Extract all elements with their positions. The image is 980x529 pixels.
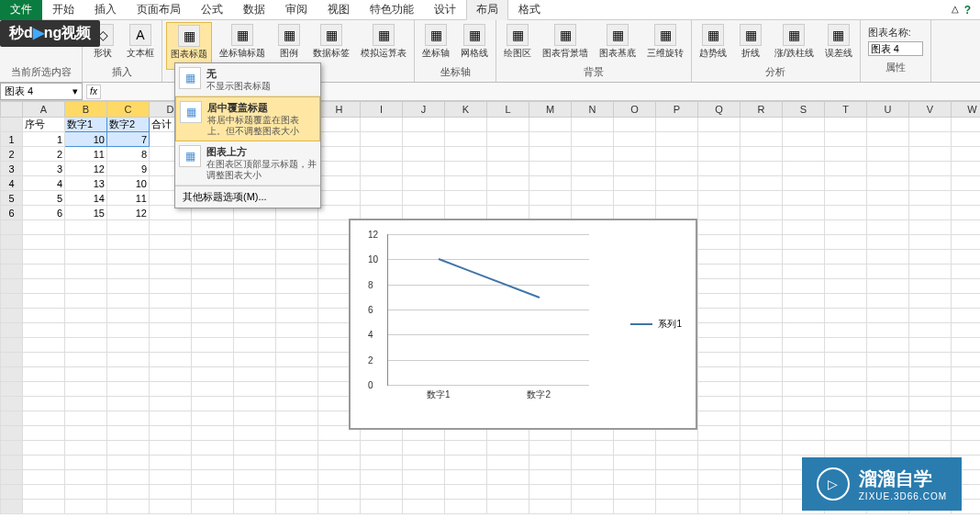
col-Q[interactable]: Q xyxy=(698,102,741,118)
cell[interactable] xyxy=(741,441,783,456)
row-hdr[interactable] xyxy=(1,118,23,132)
cell[interactable] xyxy=(487,456,529,470)
cell[interactable] xyxy=(65,426,107,441)
cell[interactable] xyxy=(445,118,487,132)
tab-pagelayout[interactable]: 页面布局 xyxy=(127,0,191,20)
cell[interactable] xyxy=(276,235,318,250)
cell[interactable]: 11 xyxy=(65,147,107,162)
cell[interactable] xyxy=(445,441,487,456)
cell[interactable]: 15 xyxy=(65,206,107,220)
cell[interactable]: 10 xyxy=(107,176,150,191)
cell[interactable] xyxy=(867,147,909,162)
cell[interactable] xyxy=(234,294,276,309)
cell[interactable]: 12 xyxy=(107,206,150,220)
cell[interactable] xyxy=(656,176,698,191)
cell[interactable] xyxy=(952,294,981,309)
cell[interactable] xyxy=(234,470,276,485)
row-hdr[interactable]: 5 xyxy=(1,191,23,206)
cell[interactable] xyxy=(909,264,952,279)
cell[interactable] xyxy=(741,411,783,426)
cell[interactable]: 9 xyxy=(107,162,150,176)
cell[interactable] xyxy=(65,470,107,485)
col-M[interactable]: M xyxy=(529,102,572,118)
row-hdr[interactable] xyxy=(1,456,23,470)
cell[interactable] xyxy=(909,162,952,176)
row-hdr[interactable] xyxy=(1,485,23,500)
cell[interactable] xyxy=(825,118,867,132)
cell[interactable] xyxy=(741,353,783,367)
cell[interactable] xyxy=(656,147,698,162)
cell[interactable] xyxy=(952,338,981,353)
fx-button[interactable]: fx xyxy=(86,84,101,99)
cell[interactable] xyxy=(952,176,981,191)
cell[interactable] xyxy=(614,470,656,485)
cell[interactable] xyxy=(825,147,867,162)
cell[interactable] xyxy=(150,323,192,338)
cell[interactable] xyxy=(825,397,867,411)
cell[interactable] xyxy=(741,162,783,176)
cell[interactable] xyxy=(741,250,783,264)
cell[interactable] xyxy=(276,411,318,426)
cell[interactable] xyxy=(867,206,909,220)
cell[interactable] xyxy=(276,470,318,485)
cell[interactable] xyxy=(698,338,741,353)
cell[interactable] xyxy=(909,411,952,426)
cell[interactable] xyxy=(909,279,952,294)
cell[interactable] xyxy=(276,279,318,294)
tab-view[interactable]: 视图 xyxy=(317,0,360,20)
data-series-line[interactable] xyxy=(388,234,590,386)
row-hdr[interactable] xyxy=(1,353,23,367)
cell[interactable] xyxy=(234,382,276,397)
cell[interactable] xyxy=(952,426,981,441)
cell[interactable] xyxy=(698,294,741,309)
cell[interactable] xyxy=(529,118,572,132)
cell[interactable] xyxy=(867,309,909,323)
cell[interactable] xyxy=(23,294,65,309)
cell[interactable] xyxy=(825,191,867,206)
cell[interactable] xyxy=(150,456,192,470)
cell[interactable] xyxy=(867,162,909,176)
cell[interactable] xyxy=(234,367,276,382)
cell[interactable] xyxy=(825,206,867,220)
cell[interactable] xyxy=(65,309,107,323)
cell[interactable] xyxy=(698,411,741,426)
col-P[interactable]: P xyxy=(656,102,698,118)
cell[interactable] xyxy=(952,118,981,132)
cell[interactable] xyxy=(150,397,192,411)
cell[interactable] xyxy=(150,309,192,323)
cell[interactable] xyxy=(909,426,952,441)
cell[interactable] xyxy=(192,470,234,485)
cell[interactable] xyxy=(867,250,909,264)
cell[interactable] xyxy=(656,485,698,500)
cell[interactable] xyxy=(234,309,276,323)
cell[interactable] xyxy=(572,485,614,500)
cell[interactable] xyxy=(698,353,741,367)
cell[interactable] xyxy=(150,382,192,397)
cell[interactable] xyxy=(529,441,572,456)
cell[interactable] xyxy=(23,250,65,264)
cell[interactable] xyxy=(825,162,867,176)
cell[interactable] xyxy=(65,250,107,264)
cell[interactable] xyxy=(656,132,698,147)
tab-insert[interactable]: 插入 xyxy=(84,0,127,20)
cell[interactable] xyxy=(909,441,952,456)
cell[interactable] xyxy=(23,382,65,397)
cell[interactable] xyxy=(276,397,318,411)
row-hdr[interactable] xyxy=(1,470,23,485)
cell[interactable] xyxy=(487,500,529,514)
cell[interactable] xyxy=(741,485,783,500)
cell[interactable] xyxy=(698,367,741,382)
cell[interactable] xyxy=(741,470,783,485)
ribbon-plotarea[interactable]: ▦绘图区 xyxy=(500,22,535,60)
cell[interactable] xyxy=(150,235,192,250)
cell[interactable] xyxy=(698,485,741,500)
cell[interactable] xyxy=(65,323,107,338)
cell[interactable] xyxy=(150,250,192,264)
cell[interactable] xyxy=(192,382,234,397)
cell[interactable] xyxy=(65,264,107,279)
cell[interactable] xyxy=(107,441,150,456)
cell[interactable] xyxy=(403,191,445,206)
cell[interactable] xyxy=(65,441,107,456)
cell[interactable] xyxy=(192,323,234,338)
cell[interactable] xyxy=(318,441,361,456)
